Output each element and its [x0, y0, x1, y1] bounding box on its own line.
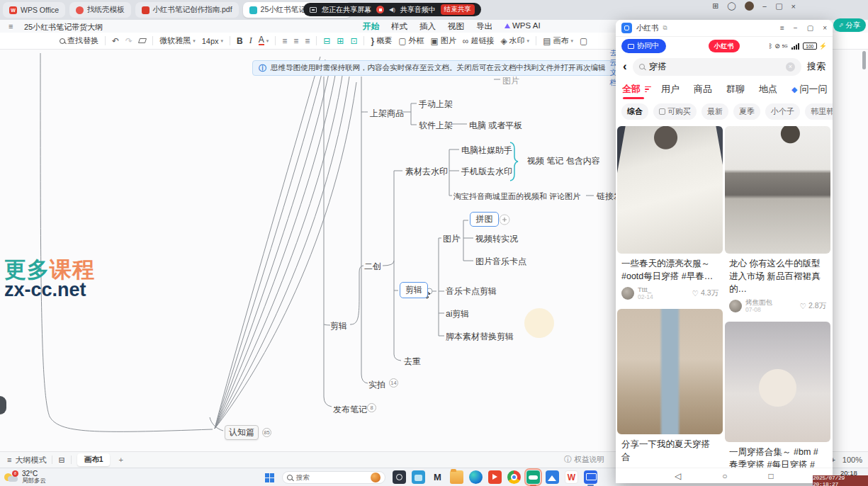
align-right-button[interactable]: ≡: [305, 36, 310, 46]
menu-export[interactable]: 导出: [476, 21, 492, 32]
mindmap-node[interactable]: 视频转实况: [475, 233, 518, 245]
mindmap-node[interactable]: 电脑社媒助手: [461, 145, 512, 157]
mindmap-node[interactable]: 二创: [364, 261, 381, 273]
format-eraser-button[interactable]: [138, 38, 147, 43]
tab-pdf-guide[interactable]: 小红书笔记创作指南.pdf: [135, 2, 239, 18]
italic-button[interactable]: I: [249, 35, 252, 46]
phone-window-titlebar[interactable]: 小红书 ⧉ ≡ − ▢ ×: [616, 20, 833, 37]
mindmap-node[interactable]: 淘宝抖音商城里面的视频和 评论图片: [453, 191, 580, 202]
wps-docs-icon-active[interactable]: [526, 470, 540, 484]
insert-subtopic-button[interactable]: ⊞: [337, 36, 344, 46]
redo-button[interactable]: ↷: [125, 36, 133, 46]
note-card[interactable]: 分享一下我的夏天穿搭合: [617, 309, 723, 465]
menu-insert[interactable]: 插入: [419, 21, 436, 32]
rights-info[interactable]: ⓘ权益说明: [564, 455, 604, 465]
wps-office-icon[interactable]: W: [565, 470, 578, 484]
note-card[interactable]: 一些春天的漂亮衣服～ #ootd每日穿搭 #早春… Tttt_02-14 ♡4.…: [617, 126, 723, 305]
search-submit-button[interactable]: 搜索: [807, 60, 825, 73]
find-replace-button[interactable]: 查找替换: [60, 35, 98, 46]
mindmap-node[interactable]: 脚本素材替换剪辑: [446, 331, 514, 343]
outer-frame-button[interactable]: ▢外框: [398, 35, 424, 46]
mindmap-node[interactable]: 音乐卡点剪辑: [446, 286, 497, 298]
main-menu-icon[interactable]: ≡: [9, 22, 13, 30]
add-canvas-button[interactable]: +: [118, 456, 123, 464]
media-app-icon[interactable]: [488, 470, 502, 484]
phone-maximize-button[interactable]: ▢: [807, 24, 813, 32]
menu-style[interactable]: 样式: [391, 21, 407, 32]
canvas-list-icon[interactable]: ⊟: [58, 456, 64, 465]
tab-wps-office[interactable]: W WPS Office: [3, 2, 65, 18]
mindmap-node[interactable]: 去重: [404, 356, 421, 368]
stop-share-button[interactable]: [376, 6, 384, 13]
app-icon-m[interactable]: M: [431, 470, 444, 484]
canvas-tab-1[interactable]: 画布1: [77, 453, 111, 466]
mindmap-node[interactable]: 手机版去水印: [461, 166, 512, 178]
app-icon-toolbox[interactable]: [412, 470, 425, 484]
canvas-scrollbar[interactable]: [862, 51, 866, 69]
minimize-button[interactable]: −: [762, 2, 767, 11]
tab-places[interactable]: 地点: [759, 83, 777, 96]
tab-users[interactable]: 用户: [661, 83, 680, 96]
share-button[interactable]: ⬀ 分享: [833, 18, 866, 32]
mindmap-node-selected[interactable]: 拼图: [470, 212, 499, 227]
nav-home-button[interactable]: ○: [722, 471, 727, 481]
clear-search-icon[interactable]: ×: [786, 62, 795, 72]
tab-grid-icon[interactable]: ⊞: [712, 1, 718, 11]
taskbar-search[interactable]: 搜索: [282, 471, 385, 484]
menu-wps-ai[interactable]: WPS AI: [505, 21, 541, 32]
end-share-button[interactable]: 结束共享: [441, 4, 475, 15]
more-tool-icon[interactable]: ▢: [580, 36, 587, 46]
avatar[interactable]: [621, 287, 634, 300]
collab-badge[interactable]: 协同中: [621, 39, 666, 53]
summary-button[interactable]: }概要: [371, 35, 392, 46]
tab-ask[interactable]: 问一问: [799, 83, 827, 96]
font-size-select[interactable]: 14px▾: [202, 37, 223, 45]
mindmap-node[interactable]: 上架商品: [370, 108, 404, 120]
close-button[interactable]: ×: [791, 2, 796, 11]
mindmap-node[interactable]: 电脑 或者平板: [469, 120, 522, 132]
bold-button[interactable]: B: [237, 36, 243, 46]
insert-image-button[interactable]: ▣图片: [430, 35, 456, 46]
chrome-icon[interactable]: [507, 470, 521, 484]
mindmap-node[interactable]: 图片: [502, 75, 519, 87]
hyperlink-button[interactable]: ∞超链接: [463, 35, 495, 46]
chip-korean[interactable]: 韩里韩气: [805, 103, 833, 120]
back-icon[interactable]: ‹: [623, 60, 627, 74]
likes[interactable]: ♡4.3万: [692, 288, 718, 298]
file-explorer-icon[interactable]: [450, 470, 463, 484]
phone-close-button[interactable]: ×: [823, 24, 827, 32]
weather-widget[interactable]: 6 32°C局部多云: [4, 470, 46, 484]
mindmap-node[interactable]: 视频 笔记 包含内容: [527, 155, 600, 167]
maximize-button[interactable]: ▢: [775, 1, 782, 11]
chip-comprehensive[interactable]: 综合: [621, 103, 648, 120]
undo-button[interactable]: ↶: [112, 36, 119, 46]
app-icon-dark[interactable]: [393, 470, 406, 484]
insert-topic-button[interactable]: ⊟: [323, 36, 330, 46]
likes[interactable]: ♡2.8万: [799, 301, 826, 311]
chip-newest[interactable]: 最新: [701, 103, 728, 120]
mindmap-node[interactable]: 实拍: [368, 379, 385, 391]
mindmap-node[interactable]: 软件上架: [419, 120, 453, 132]
tab-goods[interactable]: 商品: [694, 83, 712, 96]
mindmap-node[interactable]: 图片: [443, 233, 460, 245]
canvas-button[interactable]: ▤画布▾: [543, 35, 573, 46]
tab-groups[interactable]: 群聊: [726, 83, 745, 96]
nav-back-button[interactable]: ◁: [675, 471, 681, 481]
font-color-button[interactable]: A▾: [259, 36, 269, 45]
mindmap-node[interactable]: ai剪辑: [446, 308, 469, 320]
align-left-button[interactable]: ≡: [282, 36, 287, 46]
insert-parent-topic-button[interactable]: ⊡: [350, 36, 357, 46]
phone-menu-icon[interactable]: ≡: [780, 24, 784, 32]
profile-avatar[interactable]: [745, 1, 754, 11]
photos-app-icon[interactable]: [546, 470, 559, 484]
search-input[interactable]: 穿搭 ×: [633, 58, 801, 76]
windows-start-button[interactable]: [265, 473, 274, 482]
watermark-button[interactable]: ◈水印▾: [500, 35, 529, 46]
phone-mirror-icon-active[interactable]: [584, 470, 597, 484]
menu-home[interactable]: 开始: [363, 21, 379, 32]
mindmap-node[interactable]: 认知篇: [225, 425, 259, 440]
edge-browser-icon[interactable]: [469, 470, 483, 484]
mindmap-node[interactable]: 剪辑: [330, 320, 347, 332]
note-card[interactable]: 一周穿搭合集～ #bm #春季穿搭 #每日穿搭 #日…: [725, 322, 830, 468]
mindmap-node[interactable]: 手动上架: [419, 98, 453, 111]
